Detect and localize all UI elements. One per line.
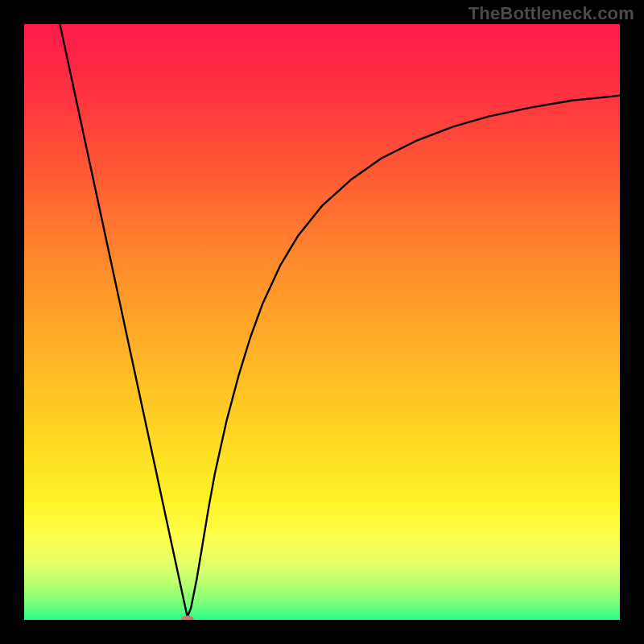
chart-frame: TheBottleneck.com (0, 0, 644, 644)
chart-plot (24, 24, 620, 620)
watermark-text: TheBottleneck.com (469, 3, 634, 24)
gradient-background (24, 24, 620, 620)
